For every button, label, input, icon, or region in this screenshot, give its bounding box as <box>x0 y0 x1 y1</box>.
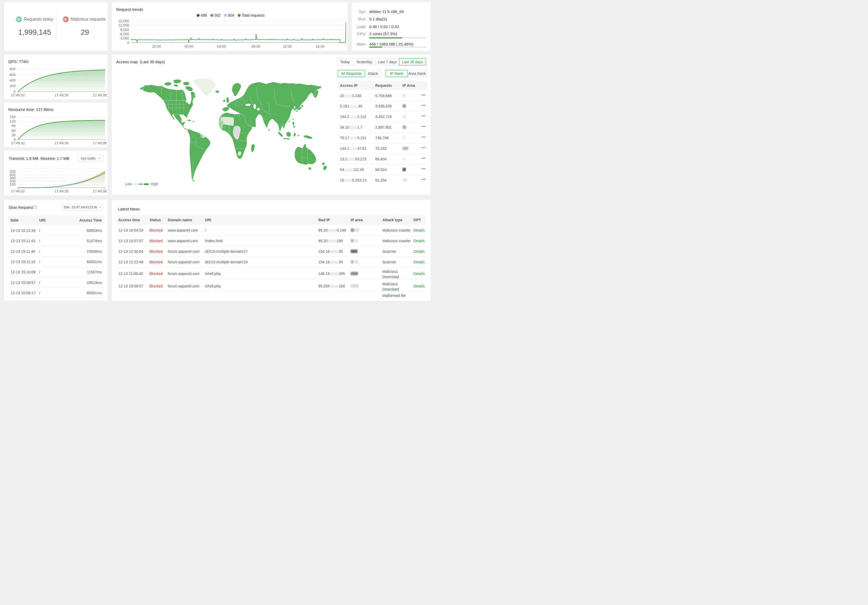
svg-text:600: 600 <box>9 73 16 77</box>
svg-text:504: 504 <box>228 13 234 17</box>
svg-text:30: 30 <box>12 133 16 137</box>
svg-text:17:49:38: 17:49:38 <box>93 93 107 97</box>
svg-text:100: 100 <box>9 182 16 186</box>
svg-text:00:00: 00:00 <box>184 45 194 48</box>
svg-text:17:49:35: 17:49:35 <box>54 93 68 97</box>
svg-text:04:00: 04:00 <box>217 45 226 48</box>
svg-text:08:00: 08:00 <box>251 45 260 48</box>
svg-text:17:49:35: 17:49:35 <box>54 189 68 193</box>
svg-text:17:49:32: 17:49:32 <box>11 189 25 193</box>
svg-text:12:00: 12:00 <box>283 45 292 48</box>
svg-text:16:00: 16:00 <box>316 45 325 48</box>
svg-text:9,000: 9,000 <box>120 28 129 32</box>
svg-text:17:49:38: 17:49:38 <box>93 141 107 145</box>
svg-text:502: 502 <box>214 13 221 17</box>
svg-text:15,000: 15,000 <box>118 19 129 23</box>
svg-text:6,000: 6,000 <box>120 32 129 36</box>
svg-text:17:49:35: 17:49:35 <box>54 141 68 145</box>
svg-text:17:49:32: 17:49:32 <box>11 93 25 97</box>
svg-text:3,000: 3,000 <box>120 36 129 40</box>
svg-text:120: 120 <box>9 119 16 123</box>
svg-text:800: 800 <box>9 67 16 71</box>
svg-text:499: 499 <box>201 13 207 17</box>
svg-text:200: 200 <box>9 84 16 88</box>
svg-text:17:49:32: 17:49:32 <box>11 141 25 145</box>
svg-text:17:49:38: 17:49:38 <box>93 189 107 193</box>
svg-text:Total requests: Total requests <box>242 13 265 17</box>
svg-text:90: 90 <box>12 124 16 128</box>
svg-text:150: 150 <box>9 115 16 119</box>
svg-text:60: 60 <box>12 129 16 133</box>
svg-text:0: 0 <box>127 41 129 45</box>
svg-text:400: 400 <box>9 78 16 82</box>
svg-text:20:00: 20:00 <box>152 45 161 48</box>
svg-text:12,000: 12,000 <box>118 23 129 27</box>
